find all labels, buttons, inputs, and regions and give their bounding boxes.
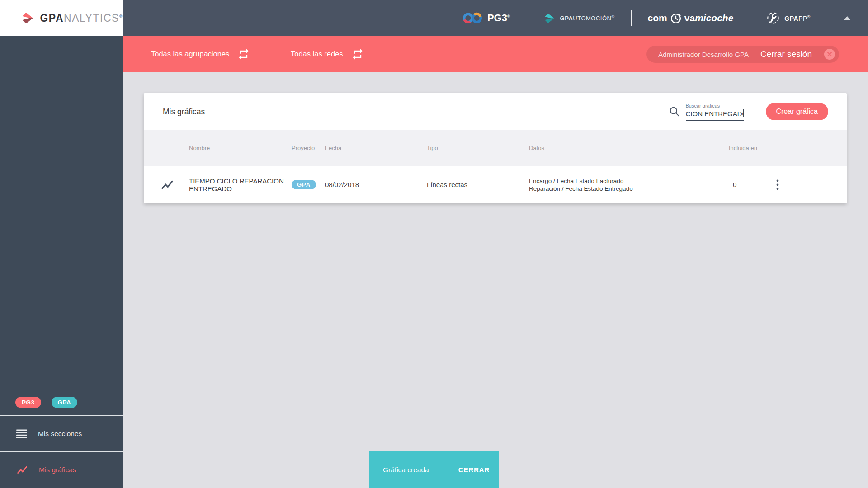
close-circle-icon[interactable]	[824, 48, 835, 60]
text-caret	[743, 109, 744, 117]
pg3-infinity-icon	[462, 11, 483, 25]
filter-agrupaciones[interactable]: Todas las agrupaciones	[151, 36, 250, 72]
kebab-icon	[776, 179, 779, 190]
brand-logo-gpanalytics[interactable]: GPANALYTICS®	[0, 0, 123, 36]
filter-agrupaciones-label: Todas las agrupaciones	[151, 50, 229, 58]
col-header-nombre: Nombre	[189, 145, 292, 151]
brand-separator	[631, 10, 632, 26]
chart-name: TIEMPO CICLO REPARACION ENTREGADO	[189, 177, 292, 192]
search-icon[interactable]	[669, 106, 680, 117]
sidebar-badges: PG3 GPA	[15, 397, 123, 408]
brand-separator	[827, 10, 827, 26]
sidebar: PG3 GPA Mis secciones Mis gráficas	[0, 36, 123, 488]
filter-bar: Todas las agrupaciones Todas las redes A…	[123, 36, 868, 72]
search-area: Buscar gráficas Crear gráfica	[669, 103, 847, 121]
brand-separator	[750, 10, 750, 26]
filter-redes[interactable]: Todas las redes	[291, 36, 364, 72]
chart-date: 08/02/2018	[325, 181, 427, 188]
logo-text: GPANALYTICS®	[40, 12, 123, 24]
toast-message: Gráfica creada	[383, 466, 429, 474]
col-header-incluida-en: Incluida en	[729, 145, 770, 151]
user-name: Administrador Desarrollo GPA	[658, 51, 749, 58]
gpautomocion-arrow-icon	[543, 12, 556, 24]
menu-icon	[16, 429, 27, 438]
filter-redes-label: Todas las redes	[291, 50, 343, 58]
col-header-datos: Datos	[529, 145, 729, 151]
chart-line-icon	[160, 178, 174, 192]
brand-strip: PG3® GPAUTOMOCIÓN® com	[462, 0, 851, 36]
page-title: Mis gráficas	[163, 107, 205, 117]
toast: Gráfica creada CERRAR	[369, 451, 499, 488]
project-badge: GPA	[292, 180, 316, 189]
chart-data-fields: Encargo / Fecha Estado Facturado Reparac…	[529, 177, 729, 192]
search-input[interactable]	[686, 110, 744, 120]
table-row[interactable]: TIEMPO CICLO REPARACION ENTREGADO GPA 08…	[144, 166, 847, 203]
chart-type: Líneas rectas	[427, 181, 529, 188]
brand-gpapp[interactable]: GPAPP®	[766, 11, 811, 25]
included-count: 0	[729, 181, 770, 188]
main-area: Mis gráficas Buscar gráficas Crear gráfi…	[123, 72, 868, 488]
gpapp-wrench-icon	[766, 11, 780, 25]
gpa-arrow-icon	[21, 8, 34, 28]
sidebar-bottom: PG3 GPA Mis secciones Mis gráficas	[0, 397, 123, 488]
user-session-pill: Administrador Desarrollo GPA Cerrar sesi…	[646, 46, 839, 63]
col-header-fecha: Fecha	[325, 145, 427, 151]
repeat-icon[interactable]	[351, 48, 364, 61]
create-chart-button[interactable]: Crear gráfica	[766, 103, 828, 120]
brand-compravamicoche[interactable]: com vamicoche	[648, 12, 734, 24]
search-label: Buscar gráficas	[686, 103, 720, 108]
sidebar-item-label: Mis secciones	[38, 430, 82, 438]
chart-line-icon	[16, 464, 28, 476]
clock-icon	[670, 12, 682, 24]
card-header: Mis gráficas Buscar gráficas Crear gráfi…	[144, 93, 847, 130]
row-menu-button[interactable]	[770, 179, 847, 190]
table-header: Nombre Proyecto Fecha Tipo Datos Incluid…	[144, 130, 847, 166]
col-header-proyecto: Proyecto	[292, 145, 325, 151]
sidebar-item-mis-secciones[interactable]: Mis secciones	[0, 415, 123, 451]
topbar: GPANALYTICS® PG3® GPAUTOMOCIÓN®	[0, 0, 868, 36]
sidebar-badge-gpa[interactable]: GPA	[52, 397, 78, 408]
collapse-chevron-icon[interactable]	[844, 16, 851, 20]
brand-gpautomocion[interactable]: GPAUTOMOCIÓN®	[543, 12, 615, 24]
brand-pg3[interactable]: PG3®	[462, 11, 510, 25]
sidebar-item-mis-graficas[interactable]: Mis gráficas	[0, 451, 123, 488]
sidebar-badge-pg3[interactable]: PG3	[15, 397, 41, 408]
search-input-wrap: Buscar gráficas	[686, 103, 744, 121]
content-card: Mis gráficas Buscar gráficas Crear gráfi…	[144, 93, 847, 203]
toast-close-button[interactable]: CERRAR	[456, 465, 492, 474]
logout-button[interactable]: Cerrar sesión	[760, 49, 812, 59]
col-header-tipo: Tipo	[427, 145, 529, 151]
sidebar-item-label: Mis gráficas	[39, 466, 76, 474]
repeat-icon[interactable]	[237, 48, 250, 61]
brand-separator	[527, 10, 527, 26]
